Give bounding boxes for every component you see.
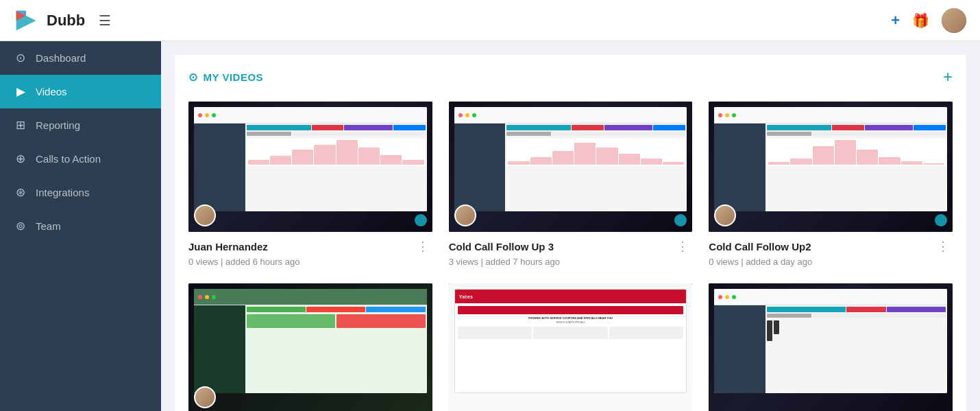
sidebar: ⊙ Dashboard ▶ Videos ⊞ Reporting ⊕ Calls…: [0, 41, 161, 411]
top-header: Dubb ☰ + 🎁: [0, 0, 980, 41]
sidebar-label-videos: Videos: [36, 86, 67, 97]
content-card: ⊙ MY VIDEOS +: [175, 55, 966, 411]
gift-icon[interactable]: 🎁: [912, 12, 929, 29]
video-card-4[interactable]: [188, 283, 432, 411]
video-menu-1[interactable]: ⋮: [414, 239, 432, 254]
team-icon: ⊚: [14, 219, 27, 233]
videos-icon: ▶: [14, 84, 27, 99]
video-grid: Juan Hernandez ⋮ 0 views | added 6 hours…: [188, 102, 953, 411]
thumb-avatar-2: [454, 204, 476, 226]
sidebar-label-integrations: Integrations: [36, 187, 89, 198]
video-card-6[interactable]: [709, 283, 953, 411]
logo-area: Dubb ☰: [14, 8, 117, 33]
add-video-button[interactable]: +: [943, 69, 953, 85]
hamburger-menu[interactable]: ☰: [93, 10, 117, 32]
video-meta-2: 3 views | added 7 hours ago: [449, 257, 693, 267]
my-videos-icon: ⊙: [188, 71, 198, 84]
section-header: ⊙ MY VIDEOS +: [188, 69, 953, 85]
section-title: ⊙ MY VIDEOS: [188, 71, 263, 84]
video-thumb-1: [188, 102, 432, 232]
reporting-icon: ⊞: [14, 118, 27, 132]
video-menu-2[interactable]: ⋮: [674, 239, 692, 254]
avatar-image: [942, 8, 966, 33]
video-menu-3[interactable]: ⋮: [934, 239, 953, 254]
video-meta-1: 0 views | added 6 hours ago: [188, 257, 432, 267]
main-content: ⊙ MY VIDEOS +: [161, 41, 980, 411]
add-button[interactable]: +: [891, 12, 900, 30]
video-title-2: Cold Call Follow Up 3: [449, 241, 554, 253]
thumb-avatar-3: [714, 204, 736, 226]
thumb-avatar-1: [194, 204, 216, 226]
video-info-2: Cold Call Follow Up 3 ⋮ 3 views | added …: [449, 232, 693, 267]
thumb-avatar-4: [194, 386, 216, 408]
sidebar-item-videos[interactable]: ▶ Videos: [0, 75, 161, 108]
sidebar-item-dashboard[interactable]: ⊙ Dashboard: [0, 41, 161, 75]
dubb-logo-icon: [14, 8, 38, 33]
video-thumb-4: [188, 283, 432, 411]
main-layout: ⊙ Dashboard ▶ Videos ⊞ Reporting ⊕ Calls…: [0, 41, 980, 411]
video-info-1: Juan Hernandez ⋮ 0 views | added 6 hours…: [188, 232, 432, 267]
user-avatar[interactable]: [942, 8, 966, 33]
video-meta-3: 0 views | added a day ago: [709, 257, 953, 267]
video-title-3: Cold Call Follow Up2: [709, 241, 811, 253]
video-title-row-2: Cold Call Follow Up 3 ⋮: [449, 239, 693, 254]
video-title-1: Juan Hernandez: [188, 241, 268, 253]
integrations-icon: ⊛: [14, 185, 27, 200]
video-title-row-3: Cold Call Follow Up2 ⋮: [709, 239, 953, 254]
sidebar-item-calls-to-action[interactable]: ⊕ Calls to Action: [0, 142, 161, 176]
video-thumb-5: Yates PHOENIX AUTO SERVICE COUPONS AND S…: [449, 283, 693, 411]
sidebar-label-dashboard: Dashboard: [36, 52, 86, 64]
video-card-2[interactable]: Cold Call Follow Up 3 ⋮ 3 views | added …: [449, 102, 693, 267]
video-card-1[interactable]: Juan Hernandez ⋮ 0 views | added 6 hours…: [188, 102, 432, 267]
video-info-3: Cold Call Follow Up2 ⋮ 0 views | added a…: [709, 232, 953, 267]
section-title-text: MY VIDEOS: [204, 71, 264, 83]
video-thumb-2: [449, 102, 693, 232]
sidebar-item-integrations[interactable]: ⊛ Integrations: [0, 176, 161, 209]
app-title: Dubb: [47, 12, 85, 30]
sidebar-label-reporting: Reporting: [36, 119, 80, 131]
thumb-circle-2: [674, 214, 687, 226]
sidebar-item-reporting[interactable]: ⊞ Reporting: [0, 108, 161, 142]
sidebar-label-team: Team: [36, 220, 61, 232]
header-right: + 🎁: [891, 8, 966, 33]
calls-to-action-icon: ⊕: [14, 152, 27, 166]
video-thumb-6: [709, 283, 953, 411]
sidebar-item-team[interactable]: ⊚ Team: [0, 209, 161, 243]
video-card-5[interactable]: Yates PHOENIX AUTO SERVICE COUPONS AND S…: [449, 283, 693, 411]
thumb-circle-1: [415, 214, 427, 226]
video-title-row-1: Juan Hernandez ⋮: [188, 239, 432, 254]
dashboard-icon: ⊙: [14, 51, 27, 65]
thumb-circle-3: [935, 214, 947, 226]
video-card-3[interactable]: Cold Call Follow Up2 ⋮ 0 views | added a…: [709, 102, 953, 267]
sidebar-label-calls-to-action: Calls to Action: [36, 153, 101, 165]
video-thumb-3: [709, 102, 953, 232]
